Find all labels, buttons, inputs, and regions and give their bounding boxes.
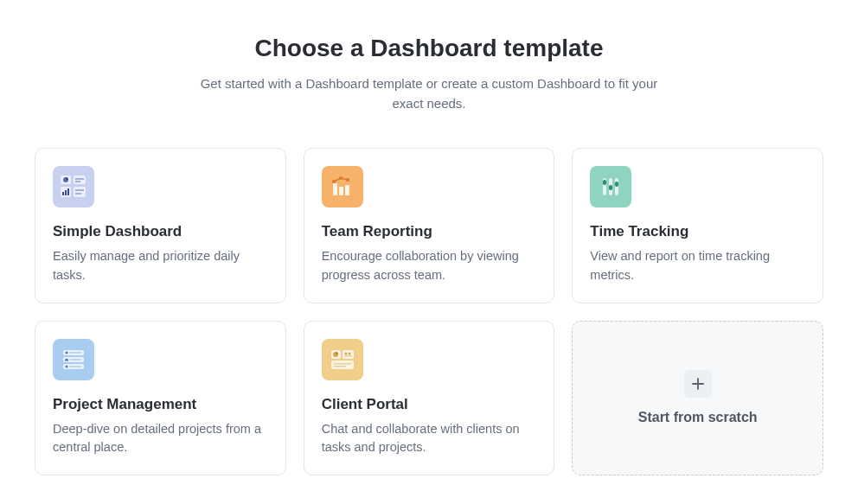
svg-rect-28 [70, 359, 81, 360]
svg-rect-21 [609, 185, 612, 190]
project-management-icon [53, 339, 94, 380]
svg-rect-6 [62, 192, 64, 195]
header: Choose a Dashboard template Get started … [35, 35, 823, 113]
svg-rect-4 [75, 181, 80, 182]
svg-rect-10 [75, 189, 84, 191]
svg-rect-13 [339, 187, 343, 195]
svg-rect-19 [603, 180, 606, 185]
template-card-client-portal[interactable]: Client Portal Chat and collaborate with … [304, 321, 555, 476]
svg-point-17 [346, 178, 349, 182]
template-card-project-management[interactable]: Project Management Deep-dive on detailed… [35, 321, 286, 476]
svg-point-15 [332, 180, 336, 183]
time-tracking-icon [590, 166, 631, 207]
svg-rect-9 [74, 187, 86, 197]
card-title: Simple Dashboard [53, 223, 268, 240]
page-title: Choose a Dashboard template [35, 35, 823, 62]
svg-rect-14 [345, 185, 349, 195]
svg-rect-37 [344, 355, 352, 357]
card-description: Chat and collaborate with clients on tas… [322, 420, 537, 458]
svg-rect-23 [615, 182, 618, 187]
team-reporting-icon [322, 166, 363, 207]
svg-rect-3 [75, 178, 84, 180]
svg-rect-34 [343, 350, 354, 359]
template-grid: Simple Dashboard Easily manage and prior… [35, 148, 823, 475]
svg-rect-38 [331, 360, 354, 369]
template-card-team-reporting[interactable]: Team Reporting Encourage collaboration b… [304, 148, 555, 303]
card-title: Time Tracking [590, 223, 805, 240]
svg-rect-40 [334, 366, 346, 367]
card-description: Easily manage and prioritize daily tasks… [53, 247, 268, 285]
card-title: Team Reporting [322, 223, 537, 240]
card-description: Encourage collaboration by viewing progr… [322, 247, 537, 285]
card-description: Deep-dive on detailed projects from a ce… [53, 420, 268, 458]
client-portal-icon [322, 339, 363, 380]
svg-rect-26 [69, 352, 81, 354]
svg-rect-7 [65, 190, 67, 195]
card-description: View and report on time tracking metrics… [590, 247, 805, 285]
svg-rect-39 [334, 363, 351, 365]
svg-rect-8 [67, 188, 69, 195]
svg-point-25 [66, 351, 68, 354]
card-title: Project Management [53, 396, 268, 413]
svg-rect-12 [333, 183, 337, 195]
template-card-time-tracking[interactable]: Time Tracking View and report on time tr… [572, 148, 823, 303]
scratch-label: Start from scratch [638, 410, 758, 425]
template-card-simple-dashboard[interactable]: Simple Dashboard Easily manage and prior… [35, 148, 286, 303]
card-title: Client Portal [322, 396, 537, 413]
svg-point-30 [66, 365, 68, 367]
svg-rect-11 [75, 193, 81, 195]
start-from-scratch-card[interactable]: Start from scratch [572, 321, 823, 476]
svg-rect-31 [69, 366, 81, 367]
svg-point-36 [348, 352, 350, 354]
plus-icon [684, 370, 712, 398]
svg-point-16 [339, 176, 343, 180]
simple-dashboard-icon [53, 166, 94, 207]
page-subtitle: Get started with a Dashboard template or… [187, 74, 671, 113]
svg-point-35 [344, 352, 347, 354]
